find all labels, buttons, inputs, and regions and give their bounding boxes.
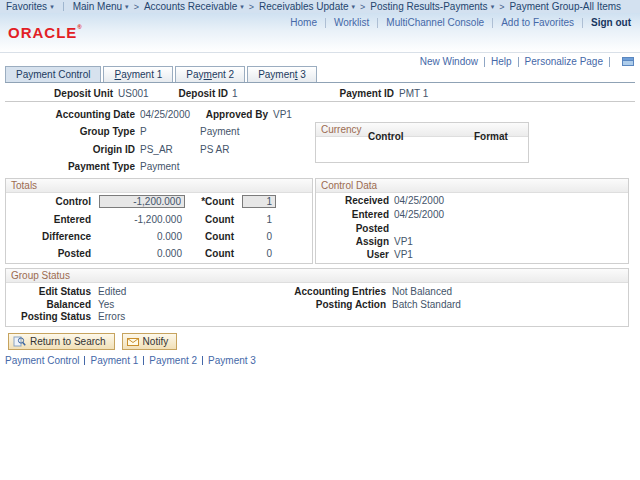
deposit-unit-label: Deposit Unit (40, 88, 113, 99)
accounting-entries-value: Not Balanced (392, 286, 452, 297)
chevron-down-icon: ▾ (50, 3, 54, 10)
totals-control-count-label: *Count (186, 196, 234, 207)
tab-payment-2[interactable]: Payment 2 (175, 66, 245, 83)
posting-action-value: Batch Standard (392, 299, 461, 310)
edit-status-label: Edit Status (10, 286, 91, 297)
oracle-logo: ORACLE® (8, 24, 83, 41)
return-to-search-button[interactable]: Return to Search (8, 333, 115, 350)
help-link[interactable]: Help (491, 56, 512, 67)
personalize-page-link[interactable]: Personalize Page (525, 56, 603, 67)
breadcrumb-label: Accounts Receivable (144, 1, 237, 12)
footer-link-payment-3[interactable]: Payment 3 (208, 355, 256, 366)
tab-payment-1[interactable]: Payment 1 (103, 66, 173, 83)
sign-out-link[interactable]: Sign out (591, 17, 631, 28)
totals-groupbox-title: Totals (6, 179, 312, 193)
divider (582, 18, 583, 28)
totals-difference-label: Difference (14, 231, 91, 242)
breadcrumb-separator: > (499, 2, 504, 12)
tab-label: Payment 2 (186, 69, 234, 80)
footer-link-payment-control[interactable]: Payment Control (5, 355, 79, 366)
breadcrumb-label: Posting Results-Payments (370, 1, 487, 12)
main-menu-label: Main Menu (73, 1, 122, 12)
add-to-favorites-link[interactable]: Add to Favorites (501, 17, 574, 28)
breadcrumb-label: Receivables Update (259, 1, 349, 12)
http-layout-icon[interactable] (622, 57, 634, 66)
breadcrumb-separator: > (249, 2, 254, 12)
assign-value: VP1 (394, 236, 413, 247)
multichannel-console-link[interactable]: MultiChannel Console (386, 17, 484, 28)
footer-link-payment-2[interactable]: Payment 2 (149, 355, 197, 366)
tab-underline (5, 82, 635, 83)
divider (325, 18, 326, 28)
accounting-date-value: 04/25/2000 (140, 109, 190, 120)
favorites-menu[interactable]: Favorites ▾ (6, 1, 54, 12)
totals-entered-label: Entered (14, 214, 91, 225)
balanced-value: Yes (98, 299, 114, 310)
accounting-entries-label: Accounting Entries (246, 286, 386, 297)
totals-entered-amount: -1,200.000 (99, 214, 182, 225)
posting-action-label: Posting Action (246, 299, 386, 310)
totals-control-count-input (242, 195, 276, 208)
divider (202, 356, 203, 365)
group-status-groupbox-title: Group Status (6, 269, 628, 283)
totals-posted-count-label: Count (186, 248, 234, 259)
breadcrumb-receivables-update[interactable]: Receivables Update ▾ (259, 1, 355, 12)
tab-payment-3[interactable]: Payment 3 (247, 66, 317, 83)
totals-groupbox: Totals Control *Count Entered -1,200.000… (5, 178, 313, 264)
divider (84, 356, 85, 365)
group-type-desc: Payment (200, 126, 239, 137)
chevron-down-icon: ▾ (491, 3, 495, 10)
header-band: Home Worklist MultiChannel Console Add t… (0, 13, 640, 53)
tab-label: Payment 3 (258, 69, 306, 80)
group-type-value: P (140, 126, 147, 137)
totals-difference-count-label: Count (186, 231, 234, 242)
breadcrumb-posting-results-payments[interactable]: Posting Results-Payments ▾ (370, 1, 494, 12)
breadcrumb: Favorites ▾ Main Menu ▾ > Accounts Recei… (0, 0, 640, 14)
currency-format-label: Format (474, 131, 519, 142)
assign-label: Assign (324, 236, 389, 247)
group-status-groupbox: Group Status Edit Status Edited Balanced… (5, 268, 629, 327)
payment-type-label: Payment Type (15, 161, 135, 172)
worklist-link[interactable]: Worklist (334, 17, 369, 28)
user-value: VP1 (394, 249, 413, 260)
main-menu[interactable]: Main Menu ▾ (73, 1, 129, 12)
origin-id-value: PS_AR (140, 144, 173, 155)
currency-groupbox: Currency Control Format (315, 122, 529, 163)
favorites-label: Favorites (6, 1, 47, 12)
chevron-down-icon: ▾ (240, 3, 244, 10)
divider (492, 18, 493, 28)
tab-payment-control[interactable]: Payment Control (5, 66, 101, 83)
approved-by-label: Approved By (205, 109, 268, 120)
divider (377, 18, 378, 28)
approved-by-value: VP1 (273, 109, 292, 120)
payment-id-value: PMT 1 (399, 88, 428, 99)
divider (143, 356, 144, 365)
new-window-link[interactable]: New Window (420, 56, 478, 67)
totals-control-input (99, 195, 185, 208)
oracle-logo-text: ORACLE (8, 24, 77, 41)
section-divider (5, 101, 635, 102)
divider (518, 57, 519, 67)
user-label: User (324, 249, 389, 260)
control-data-groupbox: Control Data Received 04/25/2000 Entered… (315, 178, 629, 264)
entered-value: 04/25/2000 (394, 209, 444, 220)
payment-id-label: Payment ID (320, 88, 394, 99)
entered-label: Entered (324, 209, 389, 220)
footer-link-payment-1[interactable]: Payment 1 (90, 355, 138, 366)
totals-posted-amount: 0.000 (99, 248, 182, 259)
home-link[interactable]: Home (290, 17, 317, 28)
registered-mark: ® (77, 24, 82, 30)
page-tabs: Payment Control Payment 1 Payment 2 Paym… (5, 66, 319, 83)
tab-label: Payment Control (16, 69, 90, 80)
payment-group-page: Favorites ▾ Main Menu ▾ > Accounts Recei… (0, 0, 640, 480)
totals-control-label: Control (14, 196, 91, 207)
totals-difference-count: 0 (242, 231, 272, 242)
notify-button[interactable]: Notify (122, 333, 178, 350)
breadcrumb-accounts-receivable[interactable]: Accounts Receivable ▾ (144, 1, 244, 12)
breadcrumb-label: Payment Group-All Items (509, 1, 621, 12)
origin-id-label: Origin ID (15, 144, 135, 155)
chevron-down-icon: ▾ (352, 3, 356, 10)
received-label: Received (324, 195, 389, 206)
footer-page-links: Payment Control Payment 1 Payment 2 Paym… (5, 355, 256, 366)
control-data-groupbox-title: Control Data (316, 179, 628, 193)
